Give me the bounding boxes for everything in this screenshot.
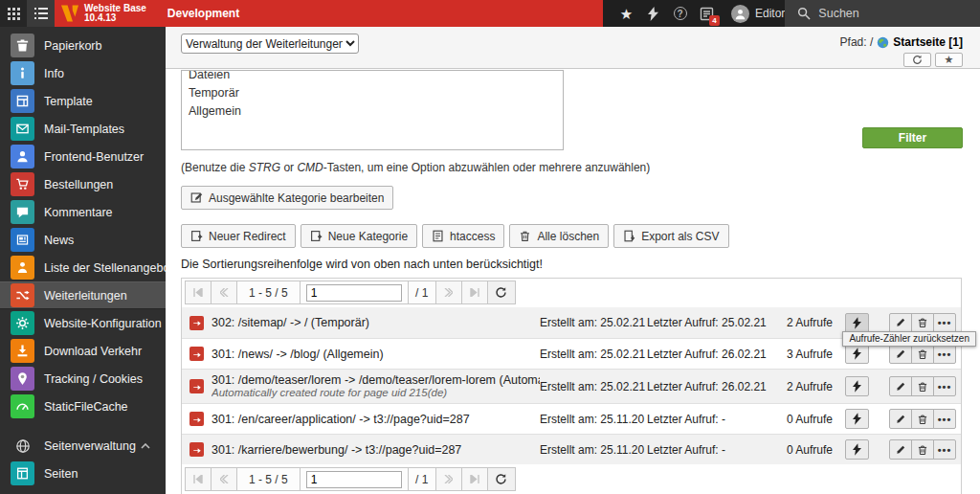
- list-icon: [34, 8, 48, 19]
- hit-count: 0 Aufrufe: [769, 443, 833, 457]
- notifications-icon[interactable]: 4: [699, 6, 715, 22]
- sidebar-item-website-konfiguration[interactable]: Website-Konfiguration: [0, 309, 166, 337]
- more-actions-button[interactable]: •••: [933, 376, 956, 396]
- notification-badge: 4: [709, 15, 720, 26]
- sidebar-item-papierkorb[interactable]: Papierkorb: [0, 32, 166, 59]
- next-page-button[interactable]: [435, 281, 462, 304]
- pagination-top: 1 - 5 / 5 / 1: [185, 281, 961, 304]
- delete-button[interactable]: [911, 344, 934, 364]
- edit-button[interactable]: [889, 439, 912, 460]
- sidebar-item-tracking-cookies[interactable]: Tracking / Cookies: [0, 365, 166, 393]
- hit-count: 2 Aufrufe: [769, 316, 833, 329]
- more-actions-button[interactable]: •••: [933, 409, 956, 429]
- last-page-button[interactable]: [461, 467, 488, 491]
- refresh-button[interactable]: [903, 53, 931, 67]
- sidebar-item-frontend-benutzer[interactable]: Frontend-Benutzer: [0, 143, 166, 170]
- prev-page-button[interactable]: [211, 467, 237, 491]
- page-number-input[interactable]: [306, 284, 402, 302]
- breadcrumb: Pfad: / Startseite [1]: [840, 35, 963, 49]
- new-category-button[interactable]: Neue Kategorie: [301, 224, 417, 248]
- reload-list-button[interactable]: [487, 467, 516, 491]
- listbox-option[interactable]: Dateien: [182, 70, 563, 84]
- first-page-button[interactable]: [185, 281, 212, 304]
- next-page-button[interactable]: [435, 467, 462, 491]
- table-row[interactable]: 301: /karriere/bewerbung/ -> t3://page?u…: [182, 434, 961, 464]
- more-actions-button[interactable]: •••: [933, 439, 956, 460]
- sidebar-item-news[interactable]: News: [0, 226, 166, 254]
- edit-category-button[interactable]: Ausgewählte Kategorie bearbeiten: [181, 186, 393, 210]
- topbar-toolbar: ★ ? 4 Editor: [603, 0, 785, 27]
- edit-button[interactable]: [889, 409, 912, 429]
- listbox-option[interactable]: Allgemein: [182, 102, 563, 121]
- listbox-option[interactable]: Temporär: [182, 84, 563, 102]
- redirect-icon: [11, 283, 34, 307]
- help-icon[interactable]: ?: [672, 6, 688, 22]
- reset-counter-button[interactable]: [845, 409, 869, 429]
- pagination-range: 1 - 5 / 5: [236, 281, 301, 304]
- delete-button[interactable]: [911, 376, 934, 396]
- htaccess-button[interactable]: htaccess: [422, 224, 504, 248]
- edit-button[interactable]: [889, 313, 912, 333]
- reset-counter-button[interactable]: [845, 439, 869, 460]
- action-toolbar: Neuer Redirect Neue Kategorie htaccess A…: [181, 224, 980, 248]
- docheader: Verwaltung der Weiterleitungen Pfad: / S…: [166, 27, 980, 69]
- more-actions-button[interactable]: •••: [933, 313, 956, 333]
- search-icon: [797, 7, 811, 20]
- edit-button[interactable]: [889, 344, 912, 364]
- reset-counter-button[interactable]: [845, 376, 869, 396]
- reset-counter-button[interactable]: [845, 344, 869, 364]
- page-number-input[interactable]: [306, 471, 402, 488]
- export-csv-button[interactable]: Export als CSV: [613, 224, 728, 248]
- table-row[interactable]: 301: /demo/teaser/lorem -> /demo/teaser/…: [182, 369, 961, 403]
- pages-icon: [11, 461, 34, 485]
- reset-counter-button[interactable]: [845, 313, 869, 333]
- edit-document-icon: [190, 191, 203, 204]
- sidebar-section-header[interactable]: Seitenverwaltung: [0, 433, 166, 460]
- new-redirect-button[interactable]: Neuer Redirect: [181, 224, 296, 248]
- avatar: [731, 5, 749, 23]
- document-plus-icon: [190, 230, 203, 242]
- sidebar-item-weiterleitungen[interactable]: Weiterleitungen: [0, 281, 166, 309]
- edit-button[interactable]: [889, 376, 912, 396]
- sidebar-item-info[interactable]: Info: [0, 59, 166, 87]
- sidebar-item-mail-templates[interactable]: Mail-Templates: [0, 115, 166, 143]
- delete-all-button[interactable]: Alle löschen: [509, 224, 609, 248]
- last-page-button[interactable]: [461, 281, 488, 304]
- gauge-icon: [11, 394, 34, 418]
- more-actions-button[interactable]: •••: [933, 344, 956, 364]
- sidebar-item-bestellungen[interactable]: Bestellungen: [0, 170, 166, 198]
- delete-button[interactable]: [911, 439, 934, 460]
- function-select[interactable]: Verwaltung der Weiterleitungen: [181, 34, 359, 54]
- filter-button[interactable]: Filter: [862, 127, 963, 148]
- bookmarks-icon[interactable]: ★: [618, 6, 635, 22]
- news-icon: [11, 228, 34, 252]
- sidebar-item-kommentare[interactable]: Kommentare: [0, 198, 166, 226]
- sidebar-item-seiten[interactable]: Seiten: [0, 460, 166, 487]
- environment-label: Development: [167, 7, 239, 20]
- sidebar-item-stellenangebote[interactable]: Liste der Stellenangebote: [0, 254, 166, 281]
- cart-icon: [11, 172, 34, 196]
- row-subtitle: Automatically created route for page uid…: [212, 387, 540, 399]
- category-listbox[interactable]: Dateien Temporär Allgemein: [181, 70, 564, 150]
- module-menu-toggle-button[interactable]: [27, 0, 55, 27]
- location-pin-icon: [11, 367, 34, 391]
- clear-cache-icon[interactable]: [645, 6, 661, 22]
- modules-grid-button[interactable]: [0, 0, 27, 27]
- bookmark-button[interactable]: ★: [935, 53, 963, 67]
- listbox-hint: (Benutze die STRG or CMD-Tasten, um eine…: [181, 161, 980, 174]
- sidebar-item-staticfilecache[interactable]: StaticFileCache: [0, 393, 166, 420]
- table-row[interactable]: 301: /en/career/application/ -> t3://pag…: [182, 403, 961, 434]
- first-page-button[interactable]: [185, 467, 212, 491]
- reload-list-button[interactable]: [487, 281, 516, 304]
- hit-count: 3 Aufrufe: [769, 348, 833, 361]
- search-field[interactable]: Suchen: [785, 0, 980, 27]
- delete-button[interactable]: [911, 409, 934, 429]
- prev-page-button[interactable]: [211, 281, 237, 304]
- sidebar-item-template[interactable]: Template: [0, 87, 166, 115]
- sidebar-item-download-verkehr[interactable]: Download Verkehr: [0, 337, 166, 365]
- delete-button[interactable]: [911, 313, 934, 333]
- hit-count: 2 Aufrufe: [769, 380, 833, 393]
- topbar-brand[interactable]: Website Base 10.4.13 Development: [55, 0, 603, 27]
- user-menu[interactable]: Editor: [731, 5, 785, 23]
- pagination-total: / 1: [408, 281, 436, 304]
